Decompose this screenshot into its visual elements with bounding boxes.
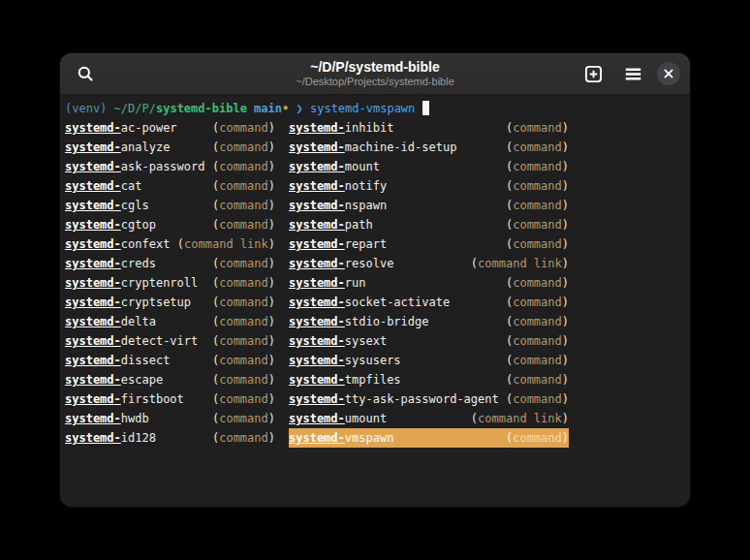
completion-item-systemd-inhibit[interactable]: systemd-inhibit(command) bbox=[289, 118, 569, 138]
completion-name: systemd-creds bbox=[65, 254, 156, 273]
close-button[interactable] bbox=[657, 62, 680, 85]
completion-item-systemd-run[interactable]: systemd-run(command) bbox=[289, 273, 569, 293]
close-icon bbox=[663, 68, 674, 79]
completion-item-systemd-cgls[interactable]: systemd-cgls(command) bbox=[65, 196, 275, 215]
completion-item-systemd-delta[interactable]: systemd-delta(command) bbox=[65, 312, 275, 331]
completion-suffix: machine-id-setup bbox=[345, 140, 457, 154]
completion-item-systemd-ac-power[interactable]: systemd-ac-power(command) bbox=[65, 118, 275, 138]
menu-button[interactable] bbox=[617, 58, 648, 89]
completion-name: systemd-umount bbox=[289, 409, 387, 428]
completion-item-systemd-confext[interactable]: systemd-confext(command link) bbox=[65, 234, 275, 254]
completion-item-systemd-sysext[interactable]: systemd-sysext(command) bbox=[289, 331, 569, 351]
search-button[interactable] bbox=[70, 58, 101, 89]
completion-item-systemd-sysusers[interactable]: systemd-sysusers(command) bbox=[289, 351, 569, 370]
completion-matched-prefix: systemd- bbox=[65, 315, 121, 328]
completion-annotation: (command) bbox=[212, 273, 275, 293]
completion-matched-prefix: systemd- bbox=[289, 160, 345, 173]
completion-suffix: socket-activate bbox=[345, 296, 450, 309]
completion-item-systemd-vmspawn[interactable]: systemd-vmspawn(command) bbox=[289, 428, 569, 448]
completion-name: systemd-inhibit bbox=[289, 118, 393, 138]
completion-annotation: (command) bbox=[212, 215, 275, 234]
completion-item-systemd-analyze[interactable]: systemd-analyze(command) bbox=[65, 138, 275, 157]
completion-column-2: systemd-inhibit(command)systemd-machine-… bbox=[289, 118, 569, 448]
completion-name: systemd-cryptenroll bbox=[65, 273, 198, 293]
search-icon bbox=[77, 65, 95, 83]
completion-name: systemd-firstboot bbox=[65, 389, 184, 409]
completion-matched-prefix: systemd- bbox=[65, 392, 121, 406]
completion-item-systemd-notify[interactable]: systemd-notify(command) bbox=[289, 176, 569, 196]
completion-name: systemd-sysext bbox=[289, 331, 387, 351]
completion-name: systemd-hwdb bbox=[65, 409, 149, 428]
completion-item-systemd-cryptsetup[interactable]: systemd-cryptsetup(command) bbox=[65, 293, 275, 312]
completion-item-systemd-dissect[interactable]: systemd-dissect(command) bbox=[65, 351, 275, 370]
completion-name: systemd-cgtop bbox=[65, 215, 156, 234]
completion-column-1: systemd-ac-power(command)systemd-analyze… bbox=[65, 118, 275, 448]
completion-item-systemd-resolve[interactable]: systemd-resolve(command link) bbox=[289, 254, 569, 273]
completion-matched-prefix: systemd- bbox=[65, 431, 121, 445]
completion-item-systemd-tmpfiles[interactable]: systemd-tmpfiles(command) bbox=[289, 370, 569, 389]
desktop-background: ~/D/P/systemd-bible ~/Desktop/Projects/s… bbox=[0, 0, 750, 560]
completion-name: systemd-cat bbox=[65, 176, 141, 196]
completion-matched-prefix: systemd- bbox=[289, 315, 345, 328]
completion-suffix: confext bbox=[121, 237, 171, 251]
completion-suffix: id128 bbox=[121, 431, 156, 445]
completion-item-systemd-cgtop[interactable]: systemd-cgtop(command) bbox=[65, 215, 275, 234]
completion-suffix: mount bbox=[345, 160, 380, 173]
completion-name: systemd-ac-power bbox=[65, 118, 177, 138]
completion-item-systemd-ask-password[interactable]: systemd-ask-password(command) bbox=[65, 157, 275, 176]
completion-annotation: (command) bbox=[212, 370, 275, 389]
completion-matched-prefix: systemd- bbox=[289, 140, 345, 154]
completion-item-systemd-cryptenroll[interactable]: systemd-cryptenroll(command) bbox=[65, 273, 275, 293]
completion-annotation: (command) bbox=[506, 215, 569, 234]
completion-annotation: (command) bbox=[506, 370, 569, 389]
new-tab-button[interactable] bbox=[578, 58, 609, 89]
completion-item-systemd-hwdb[interactable]: systemd-hwdb(command) bbox=[65, 409, 275, 428]
completion-item-systemd-tty-ask-password-agent[interactable]: systemd-tty-ask-password-agent(command) bbox=[289, 389, 569, 409]
completion-item-systemd-path[interactable]: systemd-path(command) bbox=[289, 215, 569, 234]
completion-item-systemd-repart[interactable]: systemd-repart(command) bbox=[289, 234, 569, 254]
completion-matched-prefix: systemd- bbox=[289, 179, 345, 193]
terminal-content[interactable]: (venv) ~/D/P/systemd-bible main• ❯ syste… bbox=[60, 95, 690, 506]
completion-matched-prefix: systemd- bbox=[65, 296, 121, 309]
completion-name: systemd-tty-ask-password-agent bbox=[289, 389, 499, 409]
completion-item-systemd-escape[interactable]: systemd-escape(command) bbox=[65, 370, 275, 389]
completion-name: systemd-sysusers bbox=[289, 351, 401, 370]
completion-item-systemd-socket-activate[interactable]: systemd-socket-activate(command) bbox=[289, 293, 569, 312]
completion-matched-prefix: systemd- bbox=[289, 392, 345, 406]
completion-item-systemd-nspawn[interactable]: systemd-nspawn(command) bbox=[289, 196, 569, 215]
completion-name: systemd-id128 bbox=[65, 428, 156, 448]
completion-suffix: stdio-bridge bbox=[345, 315, 429, 328]
completion-suffix: repart bbox=[345, 237, 387, 251]
completion-item-systemd-mount[interactable]: systemd-mount(command) bbox=[289, 157, 569, 176]
completion-name: systemd-path bbox=[289, 215, 373, 234]
completion-annotation: (command) bbox=[506, 118, 569, 138]
completion-annotation: (command) bbox=[212, 351, 275, 370]
completion-item-systemd-firstboot[interactable]: systemd-firstboot(command) bbox=[65, 389, 275, 409]
completion-item-systemd-stdio-bridge[interactable]: systemd-stdio-bridge(command) bbox=[289, 312, 569, 331]
completion-item-systemd-id128[interactable]: systemd-id128(command) bbox=[65, 428, 275, 448]
completion-name: systemd-confext bbox=[65, 234, 170, 254]
completion-name: systemd-socket-activate bbox=[289, 293, 450, 312]
completion-matched-prefix: systemd- bbox=[289, 276, 345, 290]
completion-annotation: (command) bbox=[506, 312, 569, 331]
completion-matched-prefix: systemd- bbox=[65, 373, 121, 387]
completion-name: systemd-tmpfiles bbox=[289, 370, 401, 389]
completion-name: systemd-cryptsetup bbox=[65, 293, 191, 312]
completion-suffix: detect-virt bbox=[121, 334, 198, 348]
completion-annotation: (command) bbox=[506, 138, 569, 157]
completion-annotation: (command) bbox=[212, 409, 275, 428]
git-branch-label: main bbox=[254, 102, 282, 115]
completion-suffix: cat bbox=[121, 179, 142, 193]
completion-item-systemd-umount[interactable]: systemd-umount(command link) bbox=[289, 409, 569, 428]
completion-item-systemd-creds[interactable]: systemd-creds(command) bbox=[65, 254, 275, 273]
completion-item-systemd-detect-virt[interactable]: systemd-detect-virt(command) bbox=[65, 331, 275, 351]
completion-item-systemd-cat[interactable]: systemd-cat(command) bbox=[65, 176, 275, 196]
completion-matched-prefix: systemd- bbox=[289, 257, 345, 270]
completion-item-systemd-machine-id-setup[interactable]: systemd-machine-id-setup(command) bbox=[289, 138, 569, 157]
completion-annotation: (command) bbox=[506, 351, 569, 370]
git-dirty-dot: • bbox=[282, 102, 289, 115]
prompt-path-name: systemd-bible bbox=[156, 102, 247, 115]
completion-matched-prefix: systemd- bbox=[65, 218, 121, 232]
completion-matched-prefix: systemd- bbox=[289, 296, 345, 309]
completion-name: systemd-mount bbox=[289, 157, 380, 176]
